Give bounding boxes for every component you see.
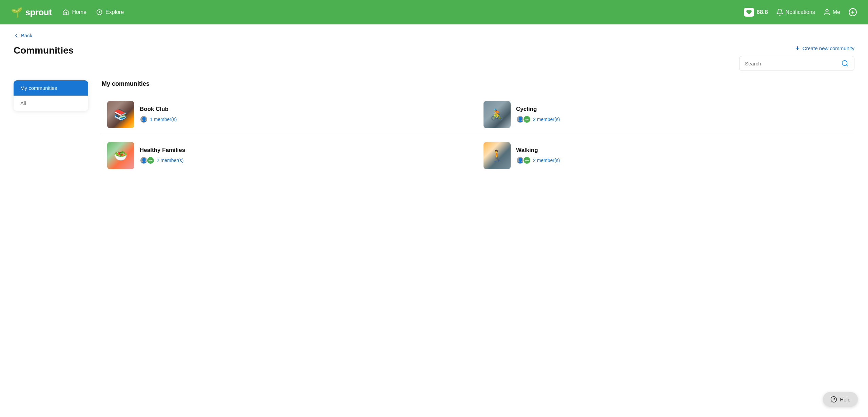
main-layout: My communities All My communities 📚 Book… <box>14 80 854 176</box>
avatar-stack-bookclub: 👤 <box>140 115 148 123</box>
page-title: Communities <box>14 45 74 56</box>
heart-icon-wrapper <box>744 8 754 17</box>
score-value: 68.8 <box>757 9 768 16</box>
sidebar-item-my-communities[interactable]: My communities <box>14 80 88 96</box>
back-button[interactable]: Back <box>14 33 854 38</box>
community-card-bookclub[interactable]: 📚 Book Club 👤 1 member(s) <box>102 94 478 135</box>
me-button[interactable]: Me <box>823 8 840 16</box>
notifications-label: Notifications <box>786 9 815 15</box>
help-icon <box>830 396 837 403</box>
heart-icon <box>746 9 752 15</box>
search-icon <box>841 60 849 67</box>
plus-icon <box>794 45 801 51</box>
sidebar-item-all[interactable]: All <box>14 96 88 111</box>
community-card-cycling[interactable]: 🚴 Cycling 👤 SA 2 member(s) <box>478 94 854 135</box>
sidebar-item-my-communities-label: My communities <box>20 85 57 91</box>
plus-circle-icon <box>848 8 857 17</box>
user-icon <box>823 8 831 16</box>
community-members-cycling: 👤 SA 2 member(s) <box>516 115 560 123</box>
search-bar[interactable] <box>739 56 854 71</box>
nav-home-label: Home <box>72 9 86 15</box>
community-thumb-walking: 🚶 <box>484 142 511 169</box>
nav-home[interactable]: Home <box>62 9 86 16</box>
logo-icon: 🌱 <box>11 7 23 18</box>
header-right: 68.8 Notifications Me <box>744 8 857 17</box>
nav-explore-label: Explore <box>105 9 124 15</box>
community-card-walking[interactable]: 🚶 Walking 👤 MP 2 member(s) <box>478 135 854 176</box>
avatar-mp-healthy: MP <box>146 156 155 164</box>
nav-explore[interactable]: Explore <box>96 9 124 16</box>
members-count-healthy: 2 member(s) <box>157 158 183 163</box>
bell-icon <box>776 8 784 16</box>
community-name-bookclub: Book Club <box>140 106 177 113</box>
back-label: Back <box>21 33 32 38</box>
members-count-cycling: 2 member(s) <box>533 117 560 122</box>
avatar-stack-cycling: 👤 SA <box>516 115 531 123</box>
explore-icon <box>96 9 103 16</box>
community-members-bookclub: 👤 1 member(s) <box>140 115 177 123</box>
section-title: My communities <box>102 80 854 87</box>
logo[interactable]: 🌱 sprout <box>11 7 52 18</box>
community-name-cycling: Cycling <box>516 106 560 113</box>
members-count-walking: 2 member(s) <box>533 158 560 163</box>
community-info-healthy: Healthy Families 👤 MP 2 member(s) <box>140 147 185 164</box>
community-thumb-cycling: 🚴 <box>484 101 511 128</box>
search-input[interactable] <box>745 61 838 66</box>
logo-text: sprout <box>25 7 52 18</box>
svg-point-7 <box>842 61 847 66</box>
me-label: Me <box>833 9 840 15</box>
community-name-walking: Walking <box>516 147 560 154</box>
avatar-sa-cycling: SA <box>523 115 531 123</box>
community-thumb-bookclub: 📚 <box>107 101 134 128</box>
home-icon <box>62 9 69 16</box>
community-thumb-healthy: 🥗 <box>107 142 134 169</box>
community-members-walking: 👤 MP 2 member(s) <box>516 156 560 164</box>
avatar-mp-walking: MP <box>523 156 531 164</box>
community-info-walking: Walking 👤 MP 2 member(s) <box>516 147 560 164</box>
app-header: 🌱 sprout Home Explore 68.8 Notifications… <box>0 0 868 24</box>
community-info-bookclub: Book Club 👤 1 member(s) <box>140 106 177 123</box>
community-info-cycling: Cycling 👤 SA 2 member(s) <box>516 106 560 123</box>
help-label: Help <box>840 397 850 402</box>
avatar-stack-healthy: 👤 MP <box>140 156 155 164</box>
add-button[interactable] <box>848 8 857 17</box>
avatar-stack-walking: 👤 MP <box>516 156 531 164</box>
chevron-left-icon <box>14 33 19 38</box>
top-right-controls: Create new community <box>739 45 854 71</box>
sidebar-menu: My communities All <box>14 80 88 111</box>
main-nav: Home Explore <box>62 9 733 16</box>
community-card-healthy[interactable]: 🥗 Healthy Families 👤 MP 2 member(s) <box>102 135 478 176</box>
sidebar-item-all-label: All <box>20 100 26 106</box>
create-community-button[interactable]: Create new community <box>794 45 854 51</box>
top-row: Communities Create new community <box>14 45 854 71</box>
heart-score[interactable]: 68.8 <box>744 8 768 17</box>
community-members-healthy: 👤 MP 2 member(s) <box>140 156 185 164</box>
svg-line-8 <box>846 65 848 66</box>
create-community-label: Create new community <box>803 45 854 51</box>
notifications-button[interactable]: Notifications <box>776 8 815 16</box>
avatar-person-bookclub: 👤 <box>140 115 148 123</box>
members-count-bookclub: 1 member(s) <box>150 117 177 122</box>
communities-section: My communities 📚 Book Club 👤 1 member(s) <box>102 80 854 176</box>
sidebar: My communities All <box>14 80 88 176</box>
content-area: Back Communities Create new community My… <box>0 24 868 417</box>
community-name-healthy: Healthy Families <box>140 147 185 154</box>
communities-grid: 📚 Book Club 👤 1 member(s) 🚴 <box>102 94 854 176</box>
help-button[interactable]: Help <box>823 392 858 407</box>
svg-point-1 <box>826 9 828 12</box>
